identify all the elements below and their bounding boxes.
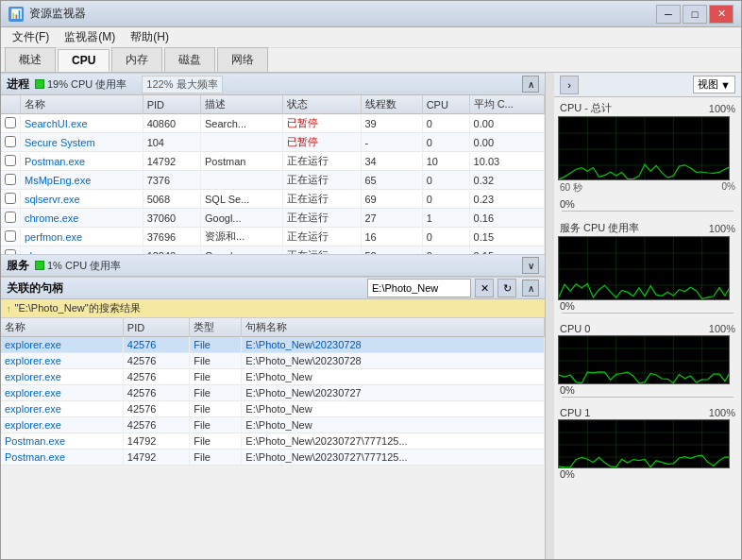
row-desc: Googl... [201,209,283,228]
row-status: 正在运行 [283,246,361,255]
processes-collapse-btn[interactable]: ∧ [522,76,539,93]
table-row[interactable]: explorer.exe 42576 File E:\Photo_New [1,401,545,417]
col-name[interactable]: 名称 [21,95,143,114]
table-row[interactable]: chrome.exe 13248 Googl... 正在运行 52 0 0.15 [1,246,545,255]
chart-pct-bottom-row: 0% [558,300,737,313]
table-row[interactable]: chrome.exe 37060 Googl... 正在运行 27 1 0.16 [1,209,545,228]
row-status: 正在运行 [283,190,361,209]
handles-refresh-btn[interactable]: ↻ [497,279,516,297]
table-row[interactable]: SearchUI.exe 40860 Search... 已暂停 39 0 0.… [1,114,545,133]
chart-time-pct: 0% [722,181,735,195]
row-status: 正在运行 [283,152,361,171]
handles-col-pid[interactable]: PID [123,318,189,337]
nav-back-btn[interactable]: › [560,76,579,94]
handles-col-handle[interactable]: 句柄名称 [242,318,545,337]
table-row[interactable]: sqlservr.exe 5068 SQL Se... 正在运行 69 0 0.… [1,190,545,209]
row-handle: E:\Photo_New\20230728 [242,337,545,353]
maximize-button[interactable]: □ [683,5,707,24]
table-row[interactable]: explorer.exe 42576 File E:\Photo_New\202… [1,385,545,401]
chart-section-cpu1: CPU 1 100% 0% [554,403,741,484]
col-threads[interactable]: 线程数 [361,95,422,114]
main-content: 进程 19% CPU 使用率 122% 最大频率 ∧ [1,73,741,559]
table-row[interactable]: Postman.exe 14792 Postman 正在运行 34 10 10.… [1,152,545,171]
handles-title: 关联的句柄 [7,280,63,297]
col-pid[interactable]: PID [143,95,200,114]
row-pid: 42576 [123,385,189,401]
minimize-button[interactable]: ─ [656,5,681,24]
row-status: 已暂停 [283,133,361,152]
row-name: Secure System [21,133,143,152]
handles-collapse-btn[interactable]: ∧ [522,280,539,297]
table-row[interactable]: Postman.exe 14792 File E:\Photo_New\2023… [1,433,545,450]
row-pid: 42576 [123,401,189,417]
handles-col-name[interactable]: 名称 [1,318,123,337]
chart-pct-bottom: 0% [560,384,575,396]
row-desc: Postman [201,152,283,171]
handles-search-input[interactable] [367,279,471,297]
row-pid: 7376 [143,171,200,190]
row-checkbox-cell [1,152,21,171]
row-status: 正在运行 [283,228,361,246]
row-name: sqlservr.exe [21,190,143,209]
table-row[interactable]: perfmon.exe 37696 资源和... 正在运行 16 0 0.15 [1,228,545,246]
app-icon: 📊 [8,7,24,22]
table-row[interactable]: explorer.exe 42576 File E:\Photo_New\202… [1,337,545,353]
row-handle: E:\Photo_New [242,369,545,385]
chart-label: CPU 1 [560,407,590,418]
services-cpu-usage: 1% CPU 使用率 [47,259,121,273]
row-avg: 0.23 [469,190,544,209]
processes-max-freq: 122% 最大频率 [142,76,222,93]
row-cpu: 0 [422,171,469,190]
row-name: SearchUI.exe [21,114,143,133]
chart-label: 服务 CPU 使用率 [560,221,639,235]
menu-file[interactable]: 文件(F) [5,27,57,47]
table-row[interactable]: MsMpEng.exe 7376 正在运行 65 0 0.32 [1,171,545,190]
handles-col-type[interactable]: 类型 [190,318,242,337]
row-name: Postman.exe [1,450,123,466]
chart-label: CPU 0 [560,323,590,334]
row-threads: 39 [361,114,422,133]
row-handle: E:\Photo_New\20230727\777125... [242,433,545,450]
table-row[interactable]: Secure System 104 已暂停 - 0 0.00 [1,133,545,152]
row-pid: 14792 [143,152,200,171]
row-desc: 资源和... [201,228,283,246]
row-status: 已暂停 [283,114,361,133]
tab-network[interactable]: 网络 [217,47,268,72]
col-desc[interactable]: 描述 [201,95,283,114]
processes-table-container: 名称 PID 描述 状态 线程数 CPU 平均 C... [1,95,545,254]
row-handle: E:\Photo_New\20230728 [242,353,545,369]
row-threads: 34 [361,152,422,171]
services-collapse-btn[interactable]: ∨ [522,257,539,274]
chart-pct-bottom: 0% [560,300,575,312]
row-handle: E:\Photo_New [242,401,545,417]
menu-help[interactable]: 帮助(H) [123,27,177,47]
row-name: explorer.exe [1,385,123,401]
col-cpu[interactable]: CPU [422,95,469,114]
col-avg[interactable]: 平均 C... [469,95,544,114]
row-desc: Googl... [201,246,283,255]
row-avg: 0.32 [469,171,544,190]
row-checkbox-cell [1,114,21,133]
row-desc: Search... [201,114,283,133]
processes-cpu-badge: 19% CPU 使用率 [35,77,126,92]
menu-monitor[interactable]: 监视器(M) [57,27,123,47]
table-row[interactable]: Postman.exe 14792 File E:\Photo_New\2023… [1,450,545,466]
left-scrollbar[interactable] [545,73,554,559]
row-pid: 37696 [143,228,200,246]
chart-canvas-cpu-total [558,116,730,180]
tab-memory[interactable]: 内存 [111,47,162,72]
tab-cpu[interactable]: CPU [58,49,110,72]
table-row[interactable]: explorer.exe 42576 File E:\Photo_New [1,417,545,433]
table-row[interactable]: explorer.exe 42576 File E:\Photo_New [1,369,545,385]
view-dropdown[interactable]: 视图 ▼ [693,76,735,93]
tab-overview[interactable]: 概述 [5,47,56,72]
handles-header: 关联的句柄 ✕ ↻ ∧ [1,277,545,299]
close-button[interactable]: ✕ [709,5,734,24]
col-status[interactable]: 状态 [283,95,361,114]
handles-clear-btn[interactable]: ✕ [475,279,494,297]
table-row[interactable]: explorer.exe 42576 File E:\Photo_New\202… [1,353,545,369]
services-cpu-badge: 1% CPU 使用率 [35,259,121,273]
chart-label-row: CPU 0 100% [558,323,737,335]
tab-disk[interactable]: 磁盘 [164,47,215,72]
row-avg: 0.16 [469,209,544,228]
